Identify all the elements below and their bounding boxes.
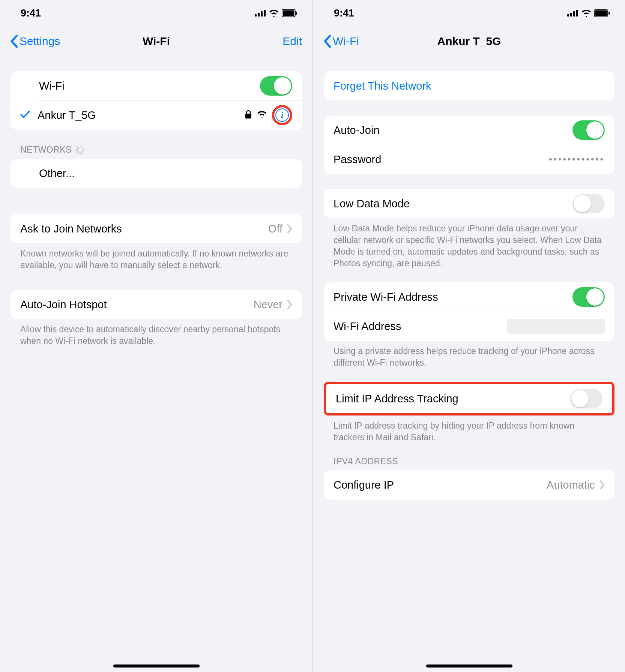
svg-rect-13 <box>595 10 607 16</box>
nav-bar: Wi-Fi Ankur T_5G <box>313 26 625 56</box>
limit-ip-tracking-label: Limit IP Address Tracking <box>336 393 458 405</box>
svg-rect-11 <box>576 10 578 16</box>
cellular-icon <box>255 10 266 16</box>
auto-join-hotspot-footer: Allow this device to automatically disco… <box>11 319 302 347</box>
chevron-left-icon <box>11 35 18 48</box>
edit-button[interactable]: Edit <box>282 35 302 48</box>
status-bar: 9:41 <box>0 0 312 26</box>
svg-rect-5 <box>283 10 294 16</box>
wifi-detail-screen: 9:41 Wi-Fi Ankur T_5G Forget This Networ… <box>312 0 625 672</box>
limit-ip-tracking-toggle[interactable] <box>570 389 602 408</box>
status-icons <box>567 9 610 17</box>
home-indicator[interactable] <box>426 664 512 668</box>
low-data-mode-toggle[interactable] <box>572 194 605 213</box>
svg-rect-7 <box>245 114 251 118</box>
back-button[interactable]: Wi-Fi <box>324 35 359 48</box>
private-wifi-toggle[interactable] <box>572 287 605 307</box>
chevron-left-icon <box>324 35 331 48</box>
wifi-icon <box>581 9 591 17</box>
private-wifi-footer: Using a private address helps reduce tra… <box>324 341 614 369</box>
svg-rect-3 <box>264 10 266 16</box>
auto-join-toggle[interactable] <box>572 120 605 140</box>
ask-to-join-value: Off <box>268 223 282 235</box>
svg-rect-10 <box>573 11 575 16</box>
private-wifi-row[interactable]: Private Wi-Fi Address <box>324 282 614 312</box>
svg-rect-8 <box>567 14 569 16</box>
limit-ip-tracking-row[interactable]: Limit IP Address Tracking <box>326 384 612 413</box>
page-title: Ankur T_5G <box>313 35 625 48</box>
back-button[interactable]: Settings <box>11 35 60 48</box>
nav-bar: Settings Wi-Fi Edit <box>0 26 312 56</box>
auto-join-row[interactable]: Auto-Join <box>324 116 614 145</box>
wifi-toggle-row[interactable]: Wi-Fi <box>11 71 302 100</box>
wifi-toggle-card: Wi-Fi Ankur T_5G i <box>11 71 302 130</box>
ask-to-join-label: Ask to Join Networks <box>20 223 122 235</box>
private-wifi-label: Private Wi-Fi Address <box>334 291 438 303</box>
auto-join-hotspot-label: Auto-Join Hotspot <box>20 298 107 311</box>
configure-ip-label: Configure IP <box>334 479 394 491</box>
wifi-label: Wi-Fi <box>39 80 65 92</box>
wifi-address-row: Wi-Fi Address <box>324 312 614 341</box>
forget-network-row[interactable]: Forget This Network <box>324 71 614 100</box>
limit-ip-tracking-footer: Limit IP address tracking by hiding your… <box>324 416 614 443</box>
battery-icon <box>594 9 610 17</box>
wifi-address-label: Wi-Fi Address <box>334 320 401 333</box>
configure-ip-value: Automatic <box>547 479 595 491</box>
wifi-toggle[interactable] <box>260 76 292 96</box>
chevron-right-icon <box>599 480 605 489</box>
svg-rect-9 <box>570 13 572 16</box>
back-label: Wi-Fi <box>333 35 359 48</box>
cellular-icon <box>567 10 578 16</box>
status-time: 9:41 <box>334 8 354 19</box>
connected-network-name: Ankur T_5G <box>38 109 96 122</box>
forget-network-label: Forget This Network <box>334 80 431 92</box>
status-time: 9:41 <box>21 8 41 19</box>
ipv4-header: IPV4 ADDRESS <box>324 456 614 470</box>
info-icon: i <box>275 108 289 122</box>
wifi-address-value-redacted <box>507 319 605 334</box>
status-bar: 9:41 <box>313 0 625 26</box>
spinner-icon <box>75 145 85 155</box>
ask-to-join-row[interactable]: Ask to Join Networks Off <box>11 214 302 243</box>
configure-ip-row[interactable]: Configure IP Automatic <box>324 470 614 500</box>
password-label: Password <box>334 153 381 166</box>
svg-rect-0 <box>255 14 257 16</box>
svg-rect-6 <box>296 12 297 15</box>
lock-icon <box>245 110 252 120</box>
other-label: Other... <box>39 167 75 180</box>
checkmark-icon <box>20 110 31 120</box>
back-label: Settings <box>20 35 60 48</box>
auto-join-label: Auto-Join <box>334 124 380 136</box>
battery-icon <box>282 9 297 17</box>
low-data-mode-row[interactable]: Low Data Mode <box>324 189 614 218</box>
info-button-highlight[interactable]: i <box>272 105 292 125</box>
password-row[interactable]: Password •••••••••••• <box>324 145 614 174</box>
low-data-mode-label: Low Data Mode <box>334 198 410 210</box>
svg-rect-2 <box>261 11 263 16</box>
connected-network-row[interactable]: Ankur T_5G i <box>11 100 302 130</box>
other-network-row[interactable]: Other... <box>11 159 302 188</box>
ask-to-join-footer: Known networks will be joined automatica… <box>11 243 302 271</box>
chevron-right-icon <box>287 224 292 233</box>
wifi-settings-screen: 9:41 Settings Wi-Fi Edit Wi-Fi Ankur T_5… <box>0 0 312 672</box>
svg-rect-14 <box>608 12 610 15</box>
chevron-right-icon <box>287 300 292 309</box>
auto-join-hotspot-value: Never <box>254 298 282 311</box>
wifi-icon <box>269 9 279 17</box>
svg-rect-1 <box>258 13 260 16</box>
status-icons <box>255 9 297 17</box>
auto-join-hotspot-row[interactable]: Auto-Join Hotspot Never <box>11 290 302 319</box>
password-value: •••••••••••• <box>549 154 605 165</box>
home-indicator[interactable] <box>113 664 200 668</box>
wifi-signal-icon <box>257 111 267 120</box>
low-data-mode-footer: Low Data Mode helps reduce your iPhone d… <box>324 218 614 269</box>
networks-header: NETWORKS <box>11 145 302 159</box>
